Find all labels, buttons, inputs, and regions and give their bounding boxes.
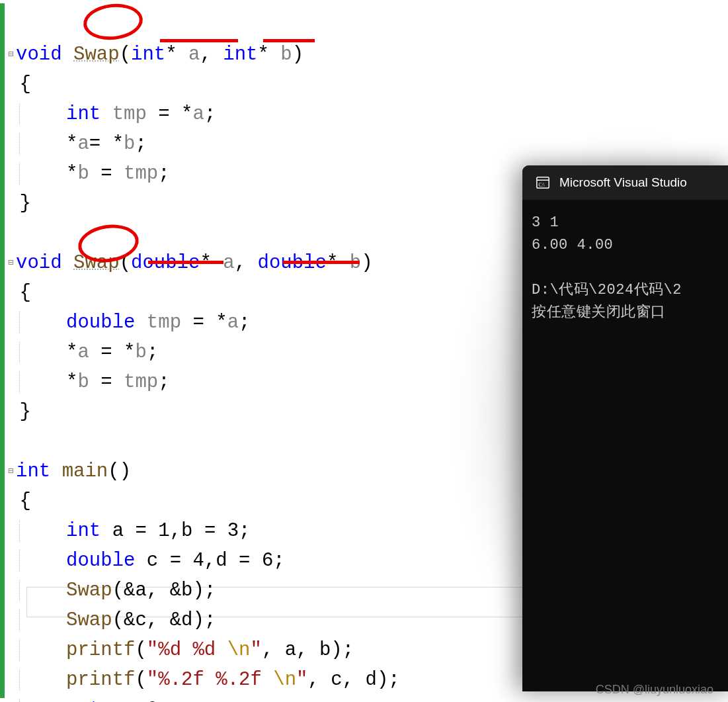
keyword-void: void <box>16 44 62 66</box>
brace-close: } <box>19 401 30 423</box>
brace-close: } <box>19 193 30 214</box>
brace-open: { <box>19 73 30 95</box>
output-path: D:\代码\2024代码\2 <box>532 282 682 298</box>
annotation-underline <box>148 261 223 264</box>
function-name-swap1: Swap <box>73 44 120 66</box>
watermark-text: CSDN @liuyunluoxiao <box>596 683 713 697</box>
fold-icon[interactable]: ⊟ <box>8 248 16 278</box>
function-name-main: main <box>62 461 108 482</box>
type-int: int <box>223 44 257 66</box>
code-content: ⊟void Swap(int* a, int* b) { int tmp = *… <box>8 10 400 702</box>
output-line: 6.00 4.00 <box>532 237 613 253</box>
annotation-underline <box>160 39 238 42</box>
fold-icon[interactable]: ⊟ <box>8 40 16 69</box>
terminal-title: Microsoft Visual Studio <box>559 175 687 190</box>
output-line: 3 1 <box>532 214 559 231</box>
svg-text:C:\: C:\ <box>539 182 546 188</box>
terminal-icon: C:\ <box>536 175 550 190</box>
keyword-int: int <box>16 461 50 482</box>
change-indicator-bar <box>0 3 5 698</box>
keyword-void: void <box>16 252 62 274</box>
terminal-output[interactable]: 3 1 6.00 4.00 D:\代码\2024代码\2 按任意键关闭此窗口 <box>522 200 728 332</box>
brace-open: { <box>19 490 30 512</box>
terminal-window[interactable]: C:\ Microsoft Visual Studio 3 1 6.00 4.0… <box>522 165 728 691</box>
annotation-underline <box>263 39 315 42</box>
terminal-titlebar[interactable]: C:\ Microsoft Visual Studio <box>522 165 728 200</box>
annotation-underline <box>283 261 360 264</box>
brace-open: { <box>19 282 30 304</box>
output-prompt: 按任意键关闭此窗口 <box>532 304 666 321</box>
type-int: int <box>131 44 165 66</box>
fold-icon[interactable]: ⊟ <box>8 457 16 486</box>
